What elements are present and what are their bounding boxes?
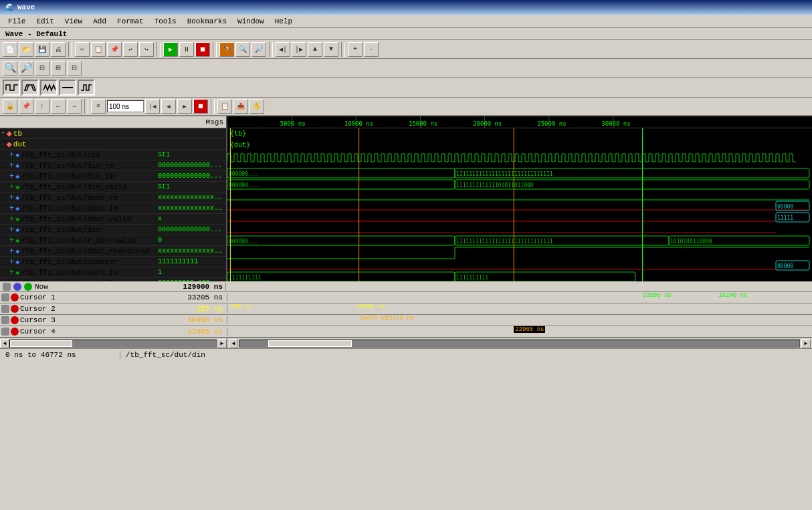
scroll-right-btn[interactable]: ▶ — [217, 339, 227, 348]
zoom-select[interactable]: ⊞ — [51, 61, 66, 76]
svg-text:10000 ns: 10000 ns — [344, 120, 373, 127]
svg-text:1111111111: 1111111111 — [229, 275, 261, 281]
nav-cursor-lock[interactable]: 📌 — [19, 99, 33, 114]
menu-file[interactable]: File — [3, 16, 31, 27]
nav-hand[interactable]: ✋ — [249, 99, 264, 114]
nav-right[interactable]: → — [67, 99, 82, 114]
nav-prev[interactable]: ◀ — [161, 99, 176, 114]
nav-left[interactable]: ← — [51, 99, 66, 114]
menu-edit[interactable]: Edit — [31, 16, 59, 27]
signal-add-btn[interactable]: + — [348, 42, 363, 57]
stop-btn[interactable]: ⏹ — [195, 42, 210, 57]
zoom-in-btn[interactable]: 🔍 — [235, 42, 250, 57]
signal-name-din-im: /tb_fft_sc/dut/din_im — [21, 172, 158, 180]
nav-wave-out[interactable]: 📤 — [233, 99, 248, 114]
cursor1-row: Cursor 1 33205 ns 33205 ns 10240 ns — [0, 292, 812, 303]
prev-edge-btn[interactable]: ◀| — [276, 42, 290, 57]
wave-scroll-right-btn[interactable]: ▶ — [801, 339, 811, 348]
wave-body[interactable]: {tb} {dut} 000000... 1111111111111111111… — [227, 128, 812, 281]
undo-btn[interactable]: ↩ — [123, 42, 138, 57]
signal-row-dut[interactable]: - ◆ dut — [0, 139, 226, 150]
signal-name-dout-valid: /tb_fft_sc/dut/dout_valid — [21, 215, 158, 223]
up-btn[interactable]: ▲ — [308, 42, 322, 57]
wave-logic-btn[interactable] — [3, 80, 20, 96]
signal-val-dout-reordered: xxxxxxxxxxxxxx... — [158, 247, 225, 255]
down-btn[interactable]: ▼ — [324, 42, 338, 57]
nav-wave-list[interactable]: 📋 — [217, 99, 232, 114]
signal-row-dout-re[interactable]: + ◆ /tb_fft_sc/dut/dout_re xxxxxxxxxxxxx… — [0, 193, 226, 203]
menu-help[interactable]: Help — [270, 16, 298, 27]
signal-row-counter[interactable]: + ◆ /tb_fft_sc/dut/counter 1111111111 — [0, 257, 226, 267]
nav-up[interactable]: ↑ — [35, 99, 49, 114]
menu-add[interactable]: Add — [88, 16, 112, 27]
redo-btn[interactable]: ↪ — [139, 42, 154, 57]
app-icon: 🌊 — [5, 3, 13, 11]
cursor4-value: 22965 ns — [165, 328, 225, 336]
expand-dut[interactable]: - — [1, 141, 5, 148]
menu-format[interactable]: Format — [112, 16, 149, 27]
svg-text:30000 ns: 30000 ns — [601, 120, 630, 127]
svg-text:{dut}: {dut} — [230, 141, 250, 148]
wave-mid-btn[interactable] — [59, 80, 76, 96]
signal-row-tb[interactable]: + ◆ tb — [0, 128, 226, 139]
wave-scroll-left-btn[interactable]: ◀ — [229, 339, 238, 348]
cursor4-label: Cursor 4 — [20, 328, 164, 336]
menu-window[interactable]: Window — [232, 16, 270, 27]
signal-row-dout-reordered[interactable]: + ◆ /tb_fft_sc/dut/dout_reordered xxxxxx… — [0, 246, 226, 257]
signal-row-din-im[interactable]: + ◆ /tb_fft_sc/dut/din_im 0000000000000.… — [0, 171, 226, 182]
run-btn[interactable]: ▶ — [163, 42, 178, 57]
nav-waveform[interactable]: ≡ — [91, 99, 106, 114]
signal-row-dout-im[interactable]: + ◆ /tb_fft_sc/dut/dout_im xxxxxxxxxxxxx… — [0, 203, 226, 214]
signal-row-dout-valid[interactable]: + ◆ /tb_fft_sc/dut/dout_valid x — [0, 214, 226, 225]
title-bar-text: Wave — [17, 3, 35, 11]
signal-del-btn[interactable]: - — [364, 42, 379, 57]
copy-btn[interactable]: 📋 — [91, 42, 106, 57]
signal-val-din-valid: St1 — [158, 183, 225, 190]
signal-row-din-re[interactable]: + ◆ /tb_fft_sc/dut/din_re 0000000000000.… — [0, 160, 226, 171]
pause-btn[interactable]: ⏸ — [179, 42, 194, 57]
open-btn[interactable]: 📂 — [19, 42, 33, 57]
signal-row-r-din-valid[interactable]: + ◆ /tb_fft_sc/dut/r_din_valid 0 — [0, 235, 226, 246]
next-edge-btn[interactable]: |▶ — [292, 42, 306, 57]
zoom-fit-btn[interactable]: 🔭 — [219, 42, 234, 57]
menu-view[interactable]: View — [60, 16, 88, 27]
wave-bus-btn[interactable] — [21, 80, 39, 96]
zoom-fit-small[interactable]: ⊡ — [35, 61, 49, 76]
nav-stop[interactable]: ⏹ — [193, 99, 208, 114]
signal-row-din[interactable]: + ◆ /tb_fft_sc/dut/din 0000000000000... — [0, 225, 226, 235]
scroll-left-btn[interactable]: ◀ — [0, 339, 9, 348]
cursor2-value: 255 ns — [165, 305, 225, 313]
signal-val-dout-valid: x — [158, 215, 225, 223]
expand-tb[interactable]: + — [1, 130, 5, 137]
now-icon3 — [24, 283, 32, 291]
wave-analog-btn[interactable] — [40, 80, 58, 96]
menu-bar: File Edit View Add Format Tools Bookmark… — [0, 15, 812, 28]
nav-sep1 — [84, 99, 88, 114]
menu-tools[interactable]: Tools — [149, 16, 182, 27]
signal-row-clk[interactable]: + ◆ /tb_fft_sc/dut/clk St1 — [0, 150, 226, 160]
cursor4-del-icon — [11, 328, 19, 336]
zoom-in-small[interactable]: 🔍 — [3, 61, 17, 76]
cut-btn[interactable]: ✂ — [75, 42, 90, 57]
save-btn[interactable]: 💾 — [35, 42, 49, 57]
wave-step-btn[interactable] — [78, 80, 95, 96]
zoom-out-btn[interactable]: 🔎 — [251, 42, 266, 57]
signal-name-swro-in: /tb_fft_sc/dut/swro_in — [21, 269, 158, 277]
menu-bookmarks[interactable]: Bookmarks — [182, 16, 232, 27]
new-btn[interactable]: 📄 — [3, 42, 17, 57]
signal-row-swro-in[interactable]: + ◆ /tb_fft_sc/dut/swro_in 1 — [0, 267, 226, 278]
paste-btn[interactable]: 📌 — [107, 42, 122, 57]
cursor1-del-icon — [11, 293, 19, 301]
signal-row-din-valid[interactable]: + ◆ /tb_fft_sc/dut/din_valid St1 — [0, 182, 226, 193]
zoom-out-small[interactable]: 🔎 — [19, 61, 33, 76]
time-input[interactable]: 100 ns — [107, 100, 144, 112]
zoom-full[interactable]: ⊟ — [67, 61, 82, 76]
signal-name-r-din-valid: /tb_fft_sc/dut/r_din_valid — [21, 237, 158, 245]
nav-go[interactable]: |◀ — [145, 99, 160, 114]
cursor2-left: Cursor 2 255 ns — [0, 305, 227, 313]
nav-lock[interactable]: 🔒 — [3, 99, 17, 114]
status-signal: /tb_fft_sc/dut/din — [120, 351, 211, 359]
nav-next[interactable]: ▶ — [177, 99, 192, 114]
svg-text:5000 ns: 5000 ns — [280, 120, 306, 127]
print-btn[interactable]: 🖨 — [51, 42, 66, 57]
